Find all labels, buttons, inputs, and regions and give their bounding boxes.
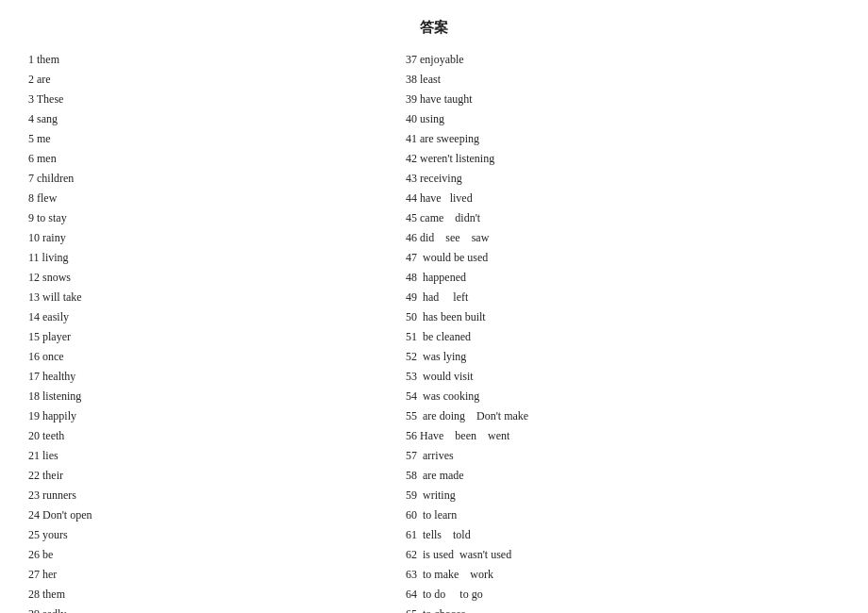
list-item: 37 enjoyable bbox=[406, 50, 840, 70]
list-item: 20 teeth bbox=[28, 426, 377, 446]
list-item: 13 will take bbox=[28, 288, 377, 307]
list-item: 55 are doing Don't make bbox=[406, 406, 840, 426]
list-item: 2 are bbox=[28, 70, 377, 90]
page-title: 答案 bbox=[28, 19, 840, 37]
list-item: 25 yours bbox=[28, 525, 377, 545]
list-item: 52 was lying bbox=[406, 347, 840, 367]
list-item: 44 have lived bbox=[406, 189, 840, 208]
list-item: 51 be cleaned bbox=[406, 327, 840, 347]
list-item: 21 lies bbox=[28, 446, 377, 466]
list-item: 42 weren't listening bbox=[406, 149, 840, 169]
list-item: 18 listening bbox=[28, 387, 377, 406]
list-item: 43 receiving bbox=[406, 169, 840, 189]
list-item: 16 once bbox=[28, 347, 377, 367]
list-item: 49 had left bbox=[406, 288, 840, 307]
list-item: 64 to do to go bbox=[406, 585, 840, 605]
list-item: 38 least bbox=[406, 70, 840, 90]
list-item: 19 happily bbox=[28, 406, 377, 426]
list-item: 58 are made bbox=[406, 466, 840, 486]
list-item: 26 be bbox=[28, 545, 377, 565]
list-item: 10 rainy bbox=[28, 228, 377, 248]
list-item: 14 easily bbox=[28, 307, 377, 327]
list-item: 63 to make work bbox=[406, 565, 840, 585]
list-item: 15 player bbox=[28, 327, 377, 347]
list-item: 12 snows bbox=[28, 268, 377, 288]
list-item: 56 Have been went bbox=[406, 426, 840, 446]
list-item: 59 writing bbox=[406, 486, 840, 505]
list-item: 27 her bbox=[28, 565, 377, 585]
list-item: 8 flew bbox=[28, 189, 377, 208]
list-item: 1 them bbox=[28, 50, 377, 70]
list-item: 50 has been built bbox=[406, 307, 840, 327]
list-item: 17 healthy bbox=[28, 367, 377, 387]
list-item: 39 have taught bbox=[406, 90, 840, 109]
list-item: 5 me bbox=[28, 129, 377, 149]
list-item: 57 arrives bbox=[406, 446, 840, 466]
list-item: 40 using bbox=[406, 109, 840, 129]
list-item: 41 are sweeping bbox=[406, 129, 840, 149]
list-item: 46 did see saw bbox=[406, 228, 840, 248]
left-column: 1 them2 are3 These4 sang5 me6 men7 child… bbox=[28, 50, 387, 613]
list-item: 65 to choose bbox=[406, 605, 840, 613]
list-item: 9 to stay bbox=[28, 208, 377, 228]
list-item: 29 sadly bbox=[28, 605, 377, 613]
list-item: 4 sang bbox=[28, 109, 377, 129]
list-item: 6 men bbox=[28, 149, 377, 169]
list-item: 23 runners bbox=[28, 486, 377, 505]
list-item: 62 is used wasn't used bbox=[406, 545, 840, 565]
list-item: 60 to learn bbox=[406, 505, 840, 525]
list-item: 48 happened bbox=[406, 268, 840, 288]
list-item: 54 was cooking bbox=[406, 387, 840, 406]
list-item: 45 came didn't bbox=[406, 208, 840, 228]
list-item: 7 children bbox=[28, 169, 377, 189]
list-item: 22 their bbox=[28, 466, 377, 486]
list-item: 3 These bbox=[28, 90, 377, 109]
list-item: 28 them bbox=[28, 585, 377, 605]
list-item: 53 would visit bbox=[406, 367, 840, 387]
list-item: 24 Don't open bbox=[28, 505, 377, 525]
list-item: 61 tells told bbox=[406, 525, 840, 545]
list-item: 47 would be used bbox=[406, 248, 840, 268]
list-item: 11 living bbox=[28, 248, 377, 268]
right-column: 37 enjoyable38 least39 have taught40 usi… bbox=[387, 50, 840, 613]
